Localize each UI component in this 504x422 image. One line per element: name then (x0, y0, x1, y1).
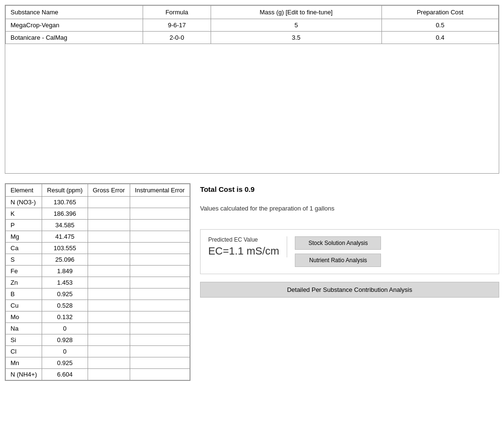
bottom-table-cell-result[interactable]: 41.475 (42, 231, 88, 243)
col-gross-error: Gross Error (88, 184, 130, 197)
bottom-table-cell-result[interactable]: 0.928 (42, 334, 88, 346)
bottom-table-cell-result[interactable]: 25.096 (42, 254, 88, 266)
bottom-table-row: K186.396 (6, 208, 190, 220)
bottom-table-cell-instrumental (130, 369, 190, 380)
bottom-table-cell-element: Mn (6, 357, 42, 369)
ec-left: Predicted EC Value EC=1.1 mS/cm (208, 236, 288, 257)
bottom-table-cell-gross (88, 300, 130, 311)
detailed-contribution-btn[interactable]: Detailed Per Substance Contribution Anal… (200, 282, 499, 298)
bottom-table-cell-instrumental (130, 311, 190, 323)
bottom-table-cell-gross (88, 346, 130, 357)
top-table-cell-formula[interactable]: 9-6-17 (143, 19, 211, 32)
bottom-table-cell-gross (88, 243, 130, 254)
col-substance-name: Substance Name (6, 6, 143, 19)
bottom-table-cell-element: Ca (6, 243, 42, 254)
top-table-cell-cost[interactable]: 0.4 (381, 32, 498, 44)
bottom-table-row: Mo0.132 (6, 311, 190, 323)
col-result: Result (ppm) (42, 184, 88, 197)
col-prep-cost: Preparation Cost (381, 6, 498, 19)
bottom-table-cell-result[interactable]: 6.604 (42, 369, 88, 380)
bottom-table-cell-instrumental (130, 289, 190, 300)
bottom-table-cell-result[interactable]: 34.585 (42, 220, 88, 231)
bottom-table-container: Element Result (ppm) Gross Error Instrum… (5, 183, 190, 381)
bottom-table-row: Mn0.925 (6, 357, 190, 369)
total-cost-label: Total Cost is 0.9 (200, 185, 499, 193)
bottom-table-cell-gross (88, 197, 130, 208)
bottom-table-row: Cu0.528 (6, 300, 190, 311)
bottom-table-row: Ca103.555 (6, 243, 190, 254)
bottom-table-cell-instrumental (130, 208, 190, 220)
bottom-table-cell-gross (88, 357, 130, 369)
bottom-table-cell-instrumental (130, 254, 190, 266)
bottom-table-cell-gross (88, 254, 130, 266)
bottom-table-cell-element: K (6, 208, 42, 220)
bottom-section: Element Result (ppm) Gross Error Instrum… (5, 183, 499, 381)
bottom-table-cell-result[interactable]: 0.528 (42, 300, 88, 311)
bottom-table-cell-result[interactable]: 0.925 (42, 357, 88, 369)
bottom-table-row: B0.925 (6, 289, 190, 300)
bottom-table-cell-result[interactable]: 103.555 (42, 243, 88, 254)
bottom-table-cell-element: Mg (6, 231, 42, 243)
top-table-cell-mass[interactable]: 5 (211, 19, 381, 32)
bottom-table-cell-result[interactable]: 186.396 (42, 208, 88, 220)
bottom-table-cell-result[interactable]: 1.453 (42, 277, 88, 289)
bottom-table-cell-gross (88, 323, 130, 334)
top-table-cell-formula[interactable]: 2-0-0 (143, 32, 211, 44)
top-table-cell-mass[interactable]: 3.5 (211, 32, 381, 44)
bottom-table-cell-result[interactable]: 130.765 (42, 197, 88, 208)
top-table-empty-area (5, 44, 499, 173)
nutrient-ratio-btn[interactable]: Nutrient Ratio Analysis (295, 254, 381, 267)
bottom-table-cell-gross (88, 208, 130, 220)
bottom-table-cell-gross (88, 277, 130, 289)
bottom-table-cell-instrumental (130, 357, 190, 369)
stock-solution-btn[interactable]: Stock Solution Analysis (295, 236, 381, 250)
bottom-table: Element Result (ppm) Gross Error Instrum… (5, 184, 190, 380)
bottom-table-cell-element: N (NH4+) (6, 369, 42, 380)
bottom-table-cell-element: N (NO3-) (6, 197, 42, 208)
ec-value: EC=1.1 mS/cm (208, 245, 280, 257)
ec-label: Predicted EC Value (208, 236, 280, 243)
bottom-table-cell-result[interactable]: 0 (42, 346, 88, 357)
top-table-row: Botanicare - CalMag2-0-03.50.4 (6, 32, 499, 44)
top-table-cell-cost[interactable]: 0.5 (381, 19, 498, 32)
bottom-table-cell-gross (88, 231, 130, 243)
top-table-container: Substance Name Formula Mass (g) [Edit to… (5, 5, 499, 174)
bottom-table-cell-result[interactable]: 0 (42, 323, 88, 334)
bottom-table-row: Fe1.849 (6, 266, 190, 277)
bottom-table-cell-element: S (6, 254, 42, 266)
bottom-table-cell-gross (88, 369, 130, 380)
bottom-table-cell-instrumental (130, 197, 190, 208)
bottom-table-cell-result[interactable]: 0.925 (42, 289, 88, 300)
top-table-body: MegaCrop-Vegan9-6-1750.5Botanicare - Cal… (6, 19, 499, 44)
col-element: Element (6, 184, 42, 197)
top-table: Substance Name Formula Mass (g) [Edit to… (5, 5, 499, 44)
bottom-table-row: Cl0 (6, 346, 190, 357)
bottom-table-cell-instrumental (130, 266, 190, 277)
bottom-table-row: Na0 (6, 323, 190, 334)
bottom-table-cell-gross (88, 289, 130, 300)
bottom-table-cell-gross (88, 220, 130, 231)
bottom-table-cell-instrumental (130, 220, 190, 231)
values-calc-label: Values calculated for the preparation of… (200, 205, 499, 212)
bottom-table-cell-element: Zn (6, 277, 42, 289)
bottom-table-cell-instrumental (130, 300, 190, 311)
top-table-cell-name[interactable]: MegaCrop-Vegan (6, 19, 143, 32)
bottom-table-cell-element: Fe (6, 266, 42, 277)
bottom-table-cell-instrumental (130, 277, 190, 289)
bottom-table-header-row: Element Result (ppm) Gross Error Instrum… (6, 184, 190, 197)
bottom-table-cell-gross (88, 266, 130, 277)
bottom-table-cell-element: Na (6, 323, 42, 334)
bottom-table-cell-result[interactable]: 0.132 (42, 311, 88, 323)
bottom-table-body: N (NO3-)130.765K186.396P34.585Mg41.475Ca… (6, 197, 190, 380)
ec-panel: Predicted EC Value EC=1.1 mS/cm Stock So… (200, 229, 499, 274)
bottom-table-cell-gross (88, 334, 130, 346)
col-formula: Formula (143, 6, 211, 19)
bottom-table-row: N (NH4+)6.604 (6, 369, 190, 380)
bottom-table-cell-result[interactable]: 1.849 (42, 266, 88, 277)
bottom-table-cell-element: Si (6, 334, 42, 346)
bottom-table-row: Mg41.475 (6, 231, 190, 243)
bottom-table-row: P34.585 (6, 220, 190, 231)
bottom-table-cell-element: P (6, 220, 42, 231)
bottom-table-cell-instrumental (130, 346, 190, 357)
top-table-cell-name[interactable]: Botanicare - CalMag (6, 32, 143, 44)
